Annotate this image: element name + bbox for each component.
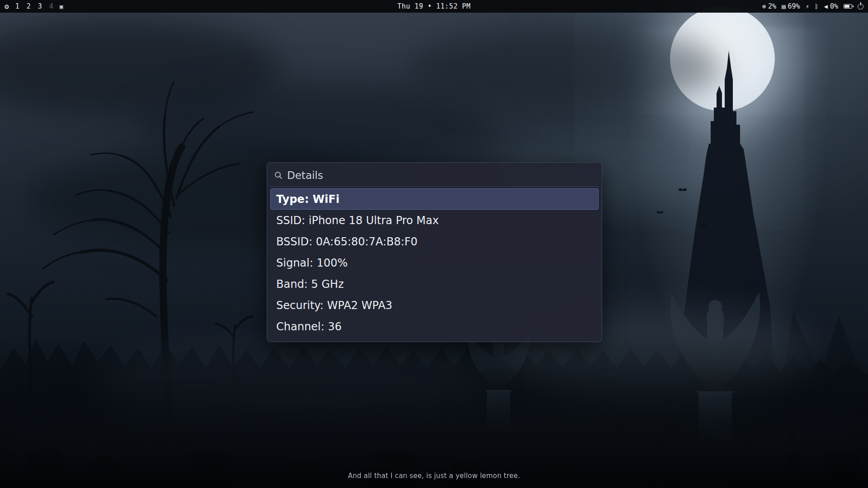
list-item-type[interactable]: Type: WiFi [270,188,599,210]
workspace-2[interactable]: 2 [27,2,31,10]
launcher-icon[interactable]: ⚙ [5,2,9,11]
list-item-security[interactable]: Security: WPA2 WPA3 [270,295,599,316]
topbar-left: ⚙ 1 2 3 4 ▣ [5,2,63,11]
tray-power[interactable] [858,4,863,9]
tray-cpu[interactable]: ⊕ 2% [762,2,777,10]
tray-memory[interactable]: ▤ 69% [782,2,800,10]
search-icon [274,171,283,179]
workspace-switcher: 1 2 3 4 [15,2,53,10]
network-details-popup: Details Type: WiFi SSID: iPhone 18 Ultra… [267,162,602,342]
search-prompt[interactable]: Details [287,169,323,181]
cpu-icon: ⊕ [762,3,766,10]
vignette [0,334,868,488]
list-item-bssid[interactable]: BSSID: 0A:65:80:7A:B8:F0 [270,231,599,252]
search-row[interactable]: Details [270,165,599,187]
power-icon [858,4,863,9]
tray-battery[interactable] [844,4,852,9]
volume-icon: ◀ [824,3,828,10]
volume-value: 0% [830,2,838,10]
memory-icon: ▤ [782,3,785,10]
system-tray: ⊕ 2% ▤ 69% ⚡ ᛒ ◀ 0% [762,2,863,10]
tray-bluetooth[interactable]: ᛒ [815,3,818,10]
battery-icon [844,4,852,9]
list-item-ssid[interactable]: SSID: iPhone 18 Ultra Pro Max [270,210,599,231]
brightness-icon: ⚡ [806,3,809,10]
wallpaper-caption: And all that I can see, is just a yellow… [0,472,868,480]
workspace-4[interactable]: 4 [49,2,53,10]
bluetooth-icon: ᛒ [815,3,818,10]
top-bar: ⚙ 1 2 3 4 ▣ Thu 19 • 11:52 PM ⊕ 2% ▤ 69%… [0,0,868,13]
workspace-1[interactable]: 1 [15,2,19,10]
tray-volume[interactable]: ◀ 0% [824,2,839,10]
list-item-signal[interactable]: Signal: 100% [270,252,599,273]
tray-brightness[interactable]: ⚡ [806,3,809,10]
window-indicator-icon: ▣ [60,3,63,10]
list-item-channel[interactable]: Channel: 36 [270,316,599,337]
clock: Thu 19 • 11:52 PM [397,2,471,10]
cpu-value: 2% [768,2,776,10]
list-item-band[interactable]: Band: 5 GHz [270,273,599,295]
workspace-3[interactable]: 3 [38,2,42,10]
memory-value: 69% [788,2,800,10]
details-list: Type: WiFi SSID: iPhone 18 Ultra Pro Max… [270,187,599,337]
